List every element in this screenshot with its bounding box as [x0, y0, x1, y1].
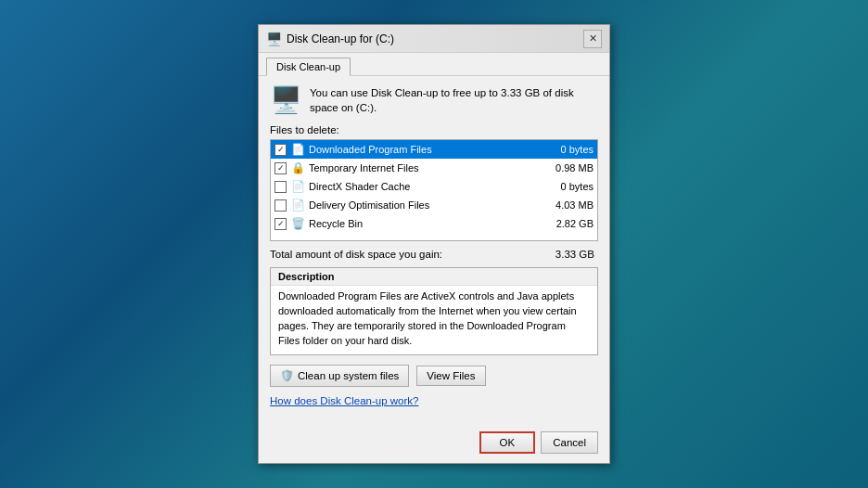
- file-name-2: Temporary Internet Files: [309, 162, 543, 173]
- dialog-title: Disk Clean-up for (C:): [287, 32, 394, 45]
- clean-system-files-button[interactable]: 🛡️ Clean up system files: [270, 365, 409, 387]
- ok-cancel-row: OK Cancel: [259, 426, 609, 463]
- help-link-row: How does Disk Clean-up work?: [270, 394, 598, 407]
- checkbox-5[interactable]: ✓: [274, 218, 287, 230]
- file-row-3[interactable]: 📄 DirectX Shader Cache 0 bytes: [271, 177, 597, 196]
- desc-text: Downloaded Program Files are ActiveX con…: [278, 289, 590, 349]
- file-icon-3: 📄: [290, 179, 305, 194]
- help-link[interactable]: How does Disk Clean-up work?: [270, 395, 418, 406]
- desc-title: Description: [271, 268, 597, 286]
- files-list[interactable]: ✓ 📄 Downloaded Program Files 0 bytes ✓ 🔒…: [270, 139, 598, 241]
- clean-btn-label: Clean up system files: [298, 370, 399, 381]
- total-row: Total amount of disk space you gain: 3.3…: [270, 249, 598, 260]
- disk-icon: 🖥️: [266, 32, 281, 46]
- checkbox-2[interactable]: ✓: [274, 162, 287, 174]
- file-row-5[interactable]: ✓ 🗑️ Recycle Bin 2.82 GB: [271, 214, 597, 233]
- files-label: Files to delete:: [270, 124, 598, 135]
- title-bar: 🖥️ Disk Clean-up for (C:) ✕: [259, 25, 609, 53]
- cancel-button[interactable]: Cancel: [541, 431, 598, 454]
- file-size-4: 4.03 MB: [547, 199, 594, 211]
- dialog-content: 🖥️ You can use Disk Clean-up to free up …: [259, 76, 609, 426]
- total-label: Total amount of disk space you gain:: [270, 249, 442, 260]
- file-icon-4: 📄: [290, 198, 305, 212]
- file-name-4: Delivery Optimisation Files: [309, 199, 543, 211]
- file-name-5: Recycle Bin: [309, 218, 543, 229]
- file-icon-5: 🗑️: [290, 216, 305, 231]
- total-value: 3.33 GB: [555, 249, 594, 260]
- checkbox-4[interactable]: [274, 199, 287, 212]
- file-icon-1: 📄: [290, 142, 305, 157]
- file-name-1: Downloaded Program Files: [309, 144, 543, 155]
- action-buttons-row: 🛡️ Clean up system files View Files: [270, 365, 598, 387]
- file-size-1: 0 bytes: [547, 144, 594, 155]
- file-icon-2: 🔒: [290, 161, 305, 175]
- tab-bar: Disk Clean-up: [259, 53, 609, 76]
- file-size-5: 2.82 GB: [547, 218, 594, 229]
- file-row-4[interactable]: 📄 Delivery Optimisation Files 4.03 MB: [271, 196, 597, 214]
- close-button[interactable]: ✕: [583, 30, 602, 48]
- info-row: 🖥️ You can use Disk Clean-up to free up …: [270, 85, 598, 115]
- ok-button[interactable]: OK: [479, 431, 536, 454]
- info-text: You can use Disk Clean-up to free up to …: [310, 85, 598, 115]
- description-box: Description Downloaded Program Files are…: [270, 267, 598, 355]
- file-row-1[interactable]: ✓ 📄 Downloaded Program Files 0 bytes: [271, 140, 597, 159]
- file-size-2: 0.98 MB: [547, 162, 594, 173]
- shield-icon: 🛡️: [280, 369, 294, 382]
- disk-cleanup-dialog: 🖥️ Disk Clean-up for (C:) ✕ Disk Clean-u…: [258, 24, 610, 464]
- file-size-3: 0 bytes: [547, 181, 594, 192]
- checkbox-3[interactable]: [274, 181, 287, 193]
- file-name-3: DirectX Shader Cache: [309, 181, 543, 192]
- checkbox-1[interactable]: ✓: [274, 144, 287, 156]
- tab-disk-cleanup[interactable]: Disk Clean-up: [266, 58, 351, 76]
- title-bar-left: 🖥️ Disk Clean-up for (C:): [266, 32, 394, 46]
- file-row-2[interactable]: ✓ 🔒 Temporary Internet Files 0.98 MB: [271, 159, 597, 177]
- info-icon: 🖥️: [270, 87, 302, 113]
- view-files-label: View Files: [427, 370, 475, 381]
- view-files-button[interactable]: View Files: [416, 366, 485, 386]
